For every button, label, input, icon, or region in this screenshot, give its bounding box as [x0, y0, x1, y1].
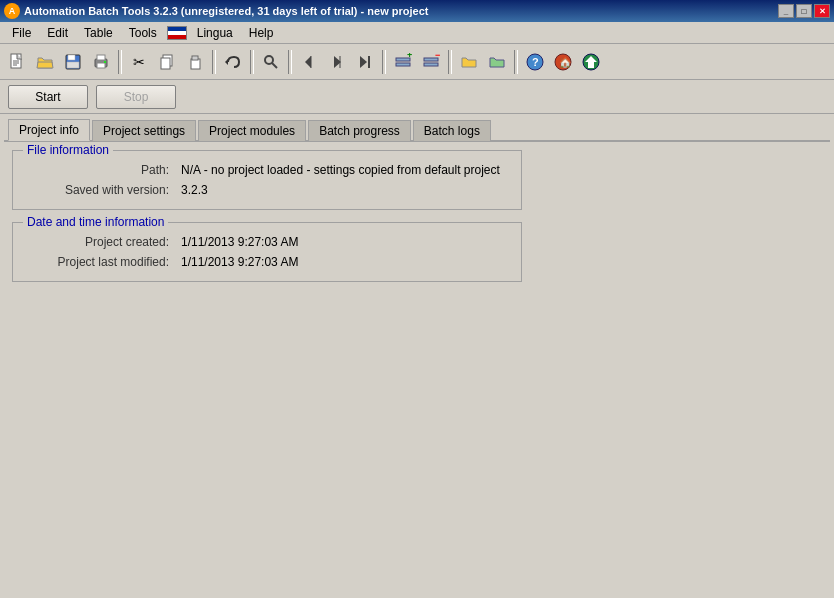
svg-marker-23	[360, 56, 367, 68]
menu-table[interactable]: Table	[76, 24, 121, 42]
undo-button[interactable]	[220, 49, 246, 75]
svg-rect-9	[97, 63, 105, 68]
lingua-flag-icon	[167, 26, 187, 40]
project-modified-value: 1/11/2013 9:27:03 AM	[181, 255, 298, 269]
title-bar: A Automation Batch Tools 3.2.3 (unregist…	[0, 0, 834, 22]
help-button[interactable]: ?	[522, 49, 548, 75]
svg-text:🏠: 🏠	[559, 56, 572, 69]
svg-rect-12	[161, 58, 170, 69]
svg-marker-19	[305, 56, 311, 68]
datetime-information-group: Date and time information Project create…	[12, 222, 522, 282]
svg-rect-15	[193, 57, 197, 59]
svg-rect-5	[68, 55, 75, 60]
svg-point-17	[265, 56, 273, 64]
tab-batch-progress[interactable]: Batch progress	[308, 120, 411, 141]
svg-rect-26	[396, 63, 410, 66]
save-button[interactable]	[60, 49, 86, 75]
project-created-label: Project created:	[29, 235, 169, 249]
close-button[interactable]: ✕	[814, 4, 830, 18]
toolbar-separator-3	[250, 50, 254, 74]
open-button[interactable]	[32, 49, 58, 75]
datetime-information-title: Date and time information	[23, 215, 168, 229]
action-bar: Start Stop	[0, 80, 834, 114]
path-row: Path: N/A - no project loaded - settings…	[29, 163, 505, 177]
minimize-button[interactable]: _	[778, 4, 794, 18]
maximize-button[interactable]: □	[796, 4, 812, 18]
svg-text:?: ?	[532, 56, 539, 68]
svg-rect-6	[67, 62, 79, 68]
tab-project-modules[interactable]: Project modules	[198, 120, 306, 141]
project-created-row: Project created: 1/11/2013 9:27:03 AM	[29, 235, 505, 249]
tab-batch-logs[interactable]: Batch logs	[413, 120, 491, 141]
toolbar: ✂ + − ? 🏠	[0, 44, 834, 80]
add-row-button[interactable]: +	[390, 49, 416, 75]
folder-save-button[interactable]	[484, 49, 510, 75]
menu-file[interactable]: File	[4, 24, 39, 42]
path-label: Path:	[29, 163, 169, 177]
svg-marker-16	[225, 59, 228, 65]
tab-bar: Project info Project settings Project mo…	[4, 118, 830, 142]
menu-bar: File Edit Table Tools Lingua Help	[0, 22, 834, 44]
path-value: N/A - no project loaded - settings copie…	[181, 163, 500, 177]
export-button[interactable]	[578, 49, 604, 75]
arrow-left-button[interactable]	[296, 49, 322, 75]
menu-tools[interactable]: Tools	[121, 24, 165, 42]
project-created-value: 1/11/2013 9:27:03 AM	[181, 235, 298, 249]
saved-version-value: 3.2.3	[181, 183, 208, 197]
saved-version-row: Saved with version: 3.2.3	[29, 183, 505, 197]
svg-text:+: +	[407, 53, 412, 60]
window-controls: _ □ ✕	[778, 4, 830, 18]
toolbar-separator-5	[382, 50, 386, 74]
arrow-right-button[interactable]	[324, 49, 350, 75]
svg-text:−: −	[435, 53, 440, 60]
find-button[interactable]	[258, 49, 284, 75]
copy-button[interactable]	[154, 49, 180, 75]
main-content: Project info Project settings Project mo…	[0, 114, 834, 598]
project-modified-label: Project last modified:	[29, 255, 169, 269]
home-button[interactable]: 🏠	[550, 49, 576, 75]
toolbar-separator-7	[514, 50, 518, 74]
toolbar-separator-4	[288, 50, 292, 74]
svg-line-18	[272, 63, 277, 68]
file-information-title: File information	[23, 143, 113, 157]
title-text: Automation Batch Tools 3.2.3 (unregister…	[24, 5, 778, 17]
menu-help[interactable]: Help	[241, 24, 282, 42]
arrow-end-button[interactable]	[352, 49, 378, 75]
file-information-group: File information Path: N/A - no project …	[12, 150, 522, 210]
menu-edit[interactable]: Edit	[39, 24, 76, 42]
start-button[interactable]: Start	[8, 85, 88, 109]
remove-row-button[interactable]: −	[418, 49, 444, 75]
app-icon: A	[4, 3, 20, 19]
svg-rect-29	[424, 63, 438, 66]
saved-version-label: Saved with version:	[29, 183, 169, 197]
new-button[interactable]	[4, 49, 30, 75]
menu-lingua[interactable]: Lingua	[189, 24, 241, 42]
paste-button[interactable]	[182, 49, 208, 75]
folder-open-button[interactable]	[456, 49, 482, 75]
svg-rect-8	[97, 55, 105, 60]
project-modified-row: Project last modified: 1/11/2013 9:27:03…	[29, 255, 505, 269]
print-button[interactable]	[88, 49, 114, 75]
toolbar-separator-1	[118, 50, 122, 74]
svg-point-10	[104, 61, 106, 63]
tab-project-info[interactable]: Project info	[8, 119, 90, 141]
toolbar-separator-2	[212, 50, 216, 74]
tab-content-project-info: File information Path: N/A - no project …	[4, 142, 830, 522]
tab-project-settings[interactable]: Project settings	[92, 120, 196, 141]
cut-button[interactable]: ✂	[126, 49, 152, 75]
toolbar-separator-6	[448, 50, 452, 74]
stop-button[interactable]: Stop	[96, 85, 176, 109]
